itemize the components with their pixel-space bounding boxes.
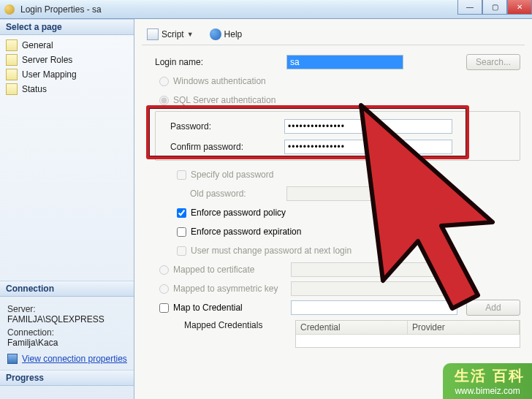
connection-heading: Connection <box>0 281 134 297</box>
client-area: Select a page General Server Roles User … <box>0 19 532 399</box>
page-icon <box>6 83 18 95</box>
connection-value: Familja\Kaca <box>7 338 128 348</box>
specify-old-password-label: Specify old password <box>191 170 273 180</box>
grid-col-credential: Credential <box>296 321 408 334</box>
password-group: Password: Confirm password: <box>155 111 520 161</box>
enforce-expiry-check[interactable]: Enforce password expiration <box>155 227 301 237</box>
page-icon <box>6 54 18 66</box>
script-button[interactable]: Script ▼ <box>142 26 199 42</box>
link-icon <box>7 354 18 364</box>
password-label: Password: <box>162 121 284 132</box>
confirm-password-input[interactable] <box>284 140 452 154</box>
enforce-policy-label: Enforce password policy <box>191 208 286 218</box>
watermark-text: 生活 百科 <box>455 366 525 386</box>
add-button[interactable]: Add <box>466 300 520 316</box>
help-icon <box>210 28 221 40</box>
old-password-input <box>286 186 455 201</box>
login-name-label: Login name: <box>155 57 286 67</box>
mapped-asym-radio-input <box>159 284 169 294</box>
chevron-down-icon: ▼ <box>447 304 454 311</box>
help-button[interactable]: Help <box>205 26 248 42</box>
chevron-down-icon: ▼ <box>449 266 455 273</box>
sidebar-item-server-roles[interactable]: Server Roles <box>4 53 131 67</box>
must-change-checkbox <box>177 246 186 256</box>
content-pane: Script ▼ Help Login name: Search... Wind… <box>134 19 532 399</box>
map-credential-checkbox[interactable] <box>159 303 169 313</box>
watermark-url: www.bimeiz.com <box>455 386 520 396</box>
view-connection-properties-link[interactable]: View connection properties <box>7 354 128 364</box>
enforce-expiry-checkbox[interactable] <box>177 227 186 237</box>
chevron-down-icon: ▼ <box>187 31 194 38</box>
window-icon <box>4 4 15 15</box>
mapped-asym-label: Mapped to asymmetric key <box>173 284 278 294</box>
titlebar: Login Properties - sa — ▢ ✕ <box>0 0 532 19</box>
mapped-cert-radio-input <box>159 265 169 275</box>
progress-heading: Progress <box>0 370 134 386</box>
sidebar-item-label: Status <box>22 84 47 94</box>
mapped-asym-radio: Mapped to asymmetric key <box>155 284 291 294</box>
mapped-credentials-grid[interactable]: Credential Provider <box>295 320 520 348</box>
maximize-button[interactable]: ▢ <box>482 0 507 15</box>
page-nav: General Server Roles User Mapping Status <box>0 35 134 104</box>
login-name-input[interactable] <box>286 55 403 69</box>
mapped-cert-combo: ▼ <box>291 262 459 277</box>
mapped-asym-combo: ▼ <box>291 281 459 296</box>
page-icon <box>6 39 18 51</box>
specify-old-password-check[interactable]: Specify old password <box>155 170 273 180</box>
minimize-button[interactable]: — <box>457 0 482 15</box>
windows-auth-radio: Windows authentication <box>155 76 266 86</box>
enforce-policy-checkbox[interactable] <box>177 208 186 218</box>
specify-old-password-checkbox <box>177 170 186 180</box>
script-icon <box>147 28 159 40</box>
toolbar: Script ▼ Help <box>142 23 525 45</box>
connection-section: Server: FAMILJA\SQLEXPRESS Connection: F… <box>0 297 134 370</box>
connection-label: Connection: <box>7 327 128 338</box>
windows-auth-radio-input <box>159 77 169 86</box>
help-label: Help <box>224 29 243 39</box>
map-credential-combo[interactable]: ▼ <box>291 300 457 315</box>
sql-auth-label: SQL Server authentication <box>173 95 276 105</box>
sidebar-item-label: Server Roles <box>22 55 72 65</box>
sidebar-item-user-mapping[interactable]: User Mapping <box>4 67 131 82</box>
sql-auth-radio: SQL Server authentication <box>155 95 276 105</box>
enforce-expiry-label: Enforce password expiration <box>191 227 301 237</box>
map-credential-check[interactable]: Map to Credential <box>155 303 291 313</box>
chevron-down-icon: ▼ <box>449 285 455 292</box>
script-label: Script <box>162 29 184 39</box>
close-button[interactable]: ✕ <box>507 0 532 15</box>
mapped-cert-radio: Mapped to certificate <box>155 265 291 275</box>
view-connection-properties-label: View connection properties <box>22 354 127 364</box>
sql-auth-radio-input <box>159 96 169 105</box>
must-change-check: User must change password at next login <box>155 246 352 256</box>
select-page-heading: Select a page <box>0 19 134 35</box>
window-buttons: — ▢ ✕ <box>457 0 532 15</box>
grid-col-provider: Provider <box>408 321 520 334</box>
sidebar-item-status[interactable]: Status <box>4 82 131 96</box>
watermark: 生活 百科 www.bimeiz.com <box>443 363 532 399</box>
search-button[interactable]: Search... <box>466 54 520 70</box>
password-input[interactable] <box>284 119 452 134</box>
sidebar-item-general[interactable]: General <box>4 38 131 53</box>
must-change-label: User must change password at next login <box>191 246 352 256</box>
old-password-label: Old password: <box>155 189 286 199</box>
sidebar-item-label: General <box>22 40 53 50</box>
confirm-password-label: Confirm password: <box>162 142 284 152</box>
login-form: Login name: Search... Windows authentica… <box>142 53 525 348</box>
page-icon <box>6 69 18 80</box>
mapped-cert-label: Mapped to certificate <box>173 265 254 275</box>
enforce-policy-check[interactable]: Enforce password policy <box>155 208 286 218</box>
mapped-credentials-label: Mapped Credentials <box>155 320 295 330</box>
server-value: FAMILJA\SQLEXPRESS <box>7 314 128 324</box>
windows-auth-label: Windows authentication <box>173 76 266 86</box>
sidebar-item-label: User Mapping <box>22 69 77 80</box>
window-title: Login Properties - sa <box>20 4 102 15</box>
sidebar: Select a page General Server Roles User … <box>0 19 134 399</box>
server-label: Server: <box>7 304 128 314</box>
grid-header: Credential Provider <box>296 321 520 335</box>
map-credential-label: Map to Credential <box>173 303 243 313</box>
